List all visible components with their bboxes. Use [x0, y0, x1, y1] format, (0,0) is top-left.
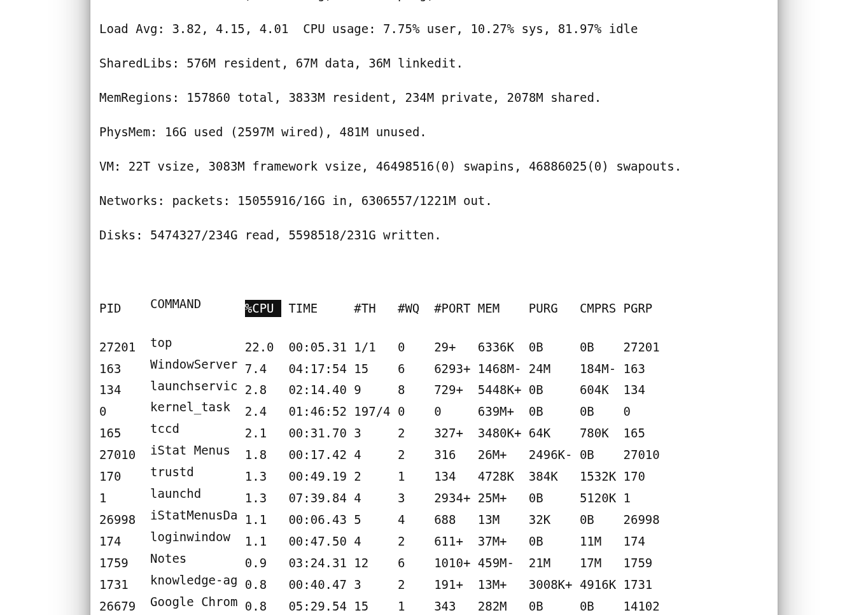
- summary-physmem: PhysMem: 16G used (2597M wired), 481M un…: [99, 124, 769, 141]
- cell-command: Google Chrom: [150, 593, 245, 611]
- cell-wq: 6: [398, 360, 434, 378]
- summary-sharedlibs: SharedLibs: 576M resident, 67M data, 36M…: [99, 55, 769, 72]
- cell-pid: 0: [99, 403, 150, 420]
- cell-cpu: 1.8: [245, 446, 281, 463]
- cell-command: tccd: [150, 420, 245, 437]
- cell-port: 2934+: [434, 490, 478, 507]
- cell-cmprs: 0B: [580, 403, 624, 420]
- cell-cpu: 22.0: [245, 339, 281, 356]
- table-row: 26679Google Chrom0.8 05:29.54151343282M0…: [99, 593, 769, 615]
- cell-time: 00:49.19: [288, 468, 354, 485]
- cell-port: 134: [434, 468, 478, 485]
- cell-wq: 2: [398, 425, 434, 442]
- cell-th: 3: [354, 425, 398, 442]
- summary-vm: VM: 22T vsize, 3083M framework vsize, 46…: [99, 158, 769, 175]
- cell-pid: 27201: [99, 339, 150, 356]
- summary-loadavg: Load Avg: 3.82, 4.15, 4.01 CPU usage: 7.…: [99, 20, 769, 38]
- cell-mem: 13M: [478, 511, 529, 528]
- cell-time: 00:06.43: [288, 511, 354, 528]
- cell-cpu: 1.3: [245, 468, 281, 485]
- cell-port: 327+: [434, 425, 478, 442]
- cell-port: 343: [434, 598, 478, 615]
- table-row: 170trustd1.3 00:49.19211344728K384K1532K…: [99, 463, 769, 485]
- cell-time: 00:40.47: [288, 576, 354, 593]
- cell-time: 00:05.31: [288, 339, 354, 356]
- cell-purg: 0B: [529, 339, 580, 356]
- cell-purg: 0B: [529, 490, 580, 507]
- table-row: 1759Notes0.9 03:24.311261010+459M-21M17M…: [99, 550, 769, 572]
- cell-port: 729+: [434, 381, 478, 399]
- col-pid: PID: [99, 300, 150, 317]
- cell-cpu: 2.4: [245, 403, 281, 420]
- cell-cmprs: 0B: [580, 446, 624, 463]
- summary-memregions: MemRegions: 157860 total, 3833M resident…: [99, 89, 769, 106]
- cell-cmprs: 5120K: [580, 490, 624, 507]
- col-time: TIME: [288, 300, 354, 317]
- col-cpu: %CPU: [245, 300, 281, 317]
- cell-mem: 1468M-: [478, 360, 529, 378]
- cell-mem: 639M+: [478, 403, 529, 420]
- cell-command: launchd: [150, 485, 245, 502]
- cell-purg: 21M: [529, 555, 580, 572]
- cell-purg: 0B: [529, 598, 580, 615]
- cell-mem: 13M+: [478, 576, 529, 593]
- cell-command: knowledge-ag: [150, 572, 245, 589]
- cell-purg: 24M: [529, 360, 580, 378]
- cell-pgrp: 165: [624, 425, 668, 442]
- clock: 12:52:20: [710, 0, 769, 3]
- cell-pgrp: 1759: [624, 555, 668, 572]
- table-row: 1launchd1.3 07:39.84432934+25M+0B5120K1: [99, 485, 769, 507]
- cell-time: 01:46:52: [288, 403, 354, 420]
- cell-cpu: 0.8: [245, 598, 281, 615]
- cell-wq: 3: [398, 490, 434, 507]
- cell-purg: 0B: [529, 403, 580, 420]
- cell-command: loginwindow: [150, 528, 245, 546]
- table-row: 0kernel_task2.4 01:46:52197/400639M+0B0B…: [99, 399, 769, 420]
- cell-th: 4: [354, 533, 398, 550]
- cell-pgrp: 174: [624, 533, 668, 550]
- cell-purg: 0B: [529, 533, 580, 550]
- cell-mem: 5448K+: [478, 381, 529, 399]
- table-row: 26998iStatMenusDa1.1 00:06.435468813M32K…: [99, 507, 769, 528]
- cell-wq: 2: [398, 446, 434, 463]
- cell-cmprs: 17M: [580, 555, 624, 572]
- cell-cpu: 2.8: [245, 381, 281, 399]
- col-port: #PORT: [434, 300, 478, 317]
- terminal-body[interactable]: Processes: 621 total, 2 running, 619 sle…: [90, 0, 778, 615]
- table-row: 134launchservic2.8 02:14.4098729+5448K+0…: [99, 378, 769, 399]
- cell-th: 12: [354, 555, 398, 572]
- cell-pid: 1731: [99, 576, 150, 593]
- cell-port: 688: [434, 511, 478, 528]
- cell-port: 6293+: [434, 360, 478, 378]
- cell-pid: 27010: [99, 446, 150, 463]
- cell-time: 04:17:54: [288, 360, 354, 378]
- table-row: 174loginwindow1.1 00:47.5042611+37M+0B11…: [99, 528, 769, 550]
- cell-pgrp: 1: [624, 490, 668, 507]
- cell-cpu: 0.8: [245, 576, 281, 593]
- cell-th: 15: [354, 360, 398, 378]
- cell-command: iStatMenusDa: [150, 507, 245, 524]
- cell-mem: 282M: [478, 598, 529, 615]
- cell-time: 00:17.42: [288, 446, 354, 463]
- cell-wq: 2: [398, 576, 434, 593]
- cell-pgrp: 0: [624, 403, 668, 420]
- cell-th: 3: [354, 576, 398, 593]
- cell-command: trustd: [150, 463, 245, 481]
- table-row: 163WindowServer7.4 04:17:541566293+1468M…: [99, 356, 769, 378]
- cell-cmprs: 11M: [580, 533, 624, 550]
- cell-pgrp: 27010: [624, 446, 668, 463]
- col-cmprs: CMPRS: [580, 300, 624, 317]
- cell-port: 611+: [434, 533, 478, 550]
- cell-pgrp: 26998: [624, 511, 668, 528]
- cell-command: launchservic: [150, 378, 245, 395]
- cell-cmprs: 604K: [580, 381, 624, 399]
- cell-cpu: 0.9: [245, 555, 281, 572]
- cell-purg: 64K: [529, 425, 580, 442]
- cell-port: 29+: [434, 339, 478, 356]
- col-th: #TH: [354, 300, 398, 317]
- cell-cpu: 1.3: [245, 490, 281, 507]
- table-row: 1731knowledge-ag0.8 00:40.4732191+13M+30…: [99, 572, 769, 593]
- summary-disks: Disks: 5474327/234G read, 5598518/231G w…: [99, 227, 769, 244]
- table-row: 165tccd2.1 00:31.7032327+3480K+64K780K16…: [99, 420, 769, 442]
- cell-pgrp: 27201: [624, 339, 668, 356]
